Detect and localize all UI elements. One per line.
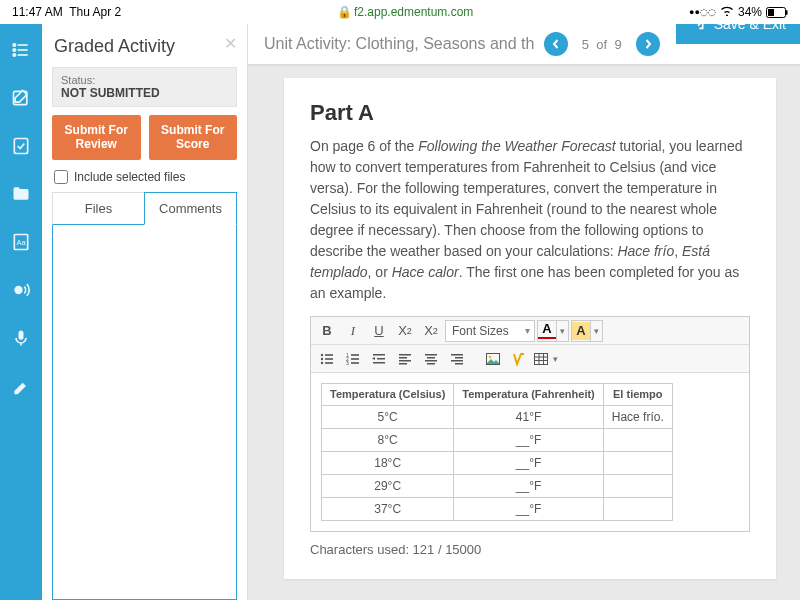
editor-toolbar-row-1: B I U X2 X2 Font Sizes A▾ A▾ [311,317,749,345]
bullet-list-button[interactable] [315,348,339,370]
underline-button[interactable]: U [367,320,391,342]
prev-page-button[interactable] [544,32,568,56]
editor-content[interactable]: Temperatura (Celsius) Temperatura (Fahre… [311,373,749,531]
main-area: Unit Activity: Clothing, Seasons and the… [248,24,800,600]
highlight-color-button[interactable]: A▾ [571,320,603,342]
table-row: 37°C__°F [322,498,673,521]
svg-rect-29 [373,362,385,364]
svg-rect-40 [451,360,463,362]
insert-table-button[interactable]: ▾ [533,348,561,370]
svg-point-7 [13,54,16,57]
svg-point-43 [489,355,492,358]
svg-rect-44 [535,353,548,364]
align-right-button[interactable] [445,348,469,370]
editor-toolbar-row-2: 123 ▾ [311,345,749,373]
svg-rect-41 [455,363,463,365]
svg-rect-20 [325,362,333,364]
lock-icon: 🔒 [337,5,352,19]
svg-rect-31 [399,357,407,359]
insert-equation-button[interactable] [507,348,531,370]
graded-activity-icon[interactable] [9,134,33,158]
svg-rect-18 [325,358,333,360]
tab-files[interactable]: Files [52,192,144,225]
table-header-fahrenheit: Temperatura (Fahrenheit) [454,384,603,406]
svg-rect-33 [399,363,407,365]
svg-point-17 [321,357,323,359]
svg-rect-37 [427,363,435,365]
panel-tabs: Files Comments [52,192,237,225]
cell-signal-icon: ●●◌◌ [689,7,716,17]
folder-icon[interactable] [9,182,33,206]
content-scroll[interactable]: complete the task. Consider printing thi… [248,64,800,600]
browser-url: 🔒f2.app.edmentum.com [121,5,689,19]
save-exit-label: Save & Exit [714,24,786,32]
wifi-icon [720,5,734,19]
table-row: 8°C__°F [322,429,673,452]
save-and-exit-button[interactable]: Save & Exit [676,24,800,44]
comments-body [52,225,237,600]
status-time: 11:47 AM [12,5,63,19]
svg-point-3 [13,44,16,47]
tab-comments[interactable]: Comments [144,192,237,225]
list-icon[interactable] [9,38,33,62]
svg-rect-24 [351,358,359,360]
svg-rect-30 [399,354,411,356]
audio-icon[interactable] [9,278,33,302]
svg-rect-28 [377,358,385,360]
status-value: NOT SUBMITTED [61,86,228,100]
svg-rect-34 [425,354,437,356]
italic-button[interactable]: I [341,320,365,342]
bold-button[interactable]: B [315,320,339,342]
font-size-select[interactable]: Font Sizes [445,320,535,342]
table-row: 5°C41°FHace frío. [322,406,673,429]
text-color-button[interactable]: A▾ [537,320,569,342]
superscript-button[interactable]: X2 [393,320,417,342]
include-files-row[interactable]: Include selected files [54,170,237,184]
device-status-bar: 11:47 AM Thu Apr 2 🔒f2.app.edmentum.com … [0,0,800,24]
page-sep: of [596,37,607,52]
include-files-checkbox[interactable] [54,170,68,184]
svg-point-5 [13,49,16,52]
svg-rect-32 [399,360,411,362]
nav-rail: Aa [0,24,42,600]
submit-for-score-button[interactable]: Submit For Score [149,115,238,160]
page-indicator: 5 of 9 [582,37,622,52]
insert-image-button[interactable] [481,348,505,370]
microphone-icon[interactable] [9,326,33,350]
svg-rect-1 [768,9,774,16]
activity-title: Unit Activity: Clothing, Seasons and the [264,35,534,53]
status-label: Status: [61,74,228,86]
svg-rect-35 [427,357,435,359]
outdent-button[interactable] [367,348,391,370]
svg-rect-27 [373,354,385,356]
table-row: 29°C__°F [322,475,673,498]
dictionary-icon[interactable]: Aa [9,230,33,254]
svg-point-19 [321,361,323,363]
svg-rect-14 [19,331,24,340]
table-row: 18°C__°F [322,452,673,475]
page-current: 5 [582,37,589,52]
submission-status: Status: NOT SUBMITTED [52,67,237,107]
table-header-celsius: Temperatura (Celsius) [322,384,454,406]
next-page-button[interactable] [636,32,660,56]
svg-rect-39 [455,357,463,359]
exit-icon [690,24,706,34]
graded-activity-panel: Graded Activity ✕ Status: NOT SUBMITTED … [42,24,248,600]
part-a-card: Part A On page 6 of the Following the We… [284,78,776,579]
include-files-label: Include selected files [74,170,185,184]
subscript-button[interactable]: X2 [419,320,443,342]
battery-icon [766,7,788,18]
align-left-button[interactable] [393,348,417,370]
highlighter-icon[interactable] [9,374,33,398]
numbered-list-button[interactable]: 123 [341,348,365,370]
close-icon[interactable]: ✕ [224,34,237,53]
compose-icon[interactable] [9,86,33,110]
table-header-tiempo: El tiempo [603,384,672,406]
part-a-instructions: On page 6 of the Following the Weather F… [310,136,750,304]
temperature-table[interactable]: Temperatura (Celsius) Temperatura (Fahre… [321,383,673,521]
status-date: Thu Apr 2 [69,5,121,19]
submit-for-review-button[interactable]: Submit For Review [52,115,141,160]
rich-text-editor: B I U X2 X2 Font Sizes A▾ A▾ 123 [310,316,750,532]
align-center-button[interactable] [419,348,443,370]
svg-point-13 [14,286,22,294]
